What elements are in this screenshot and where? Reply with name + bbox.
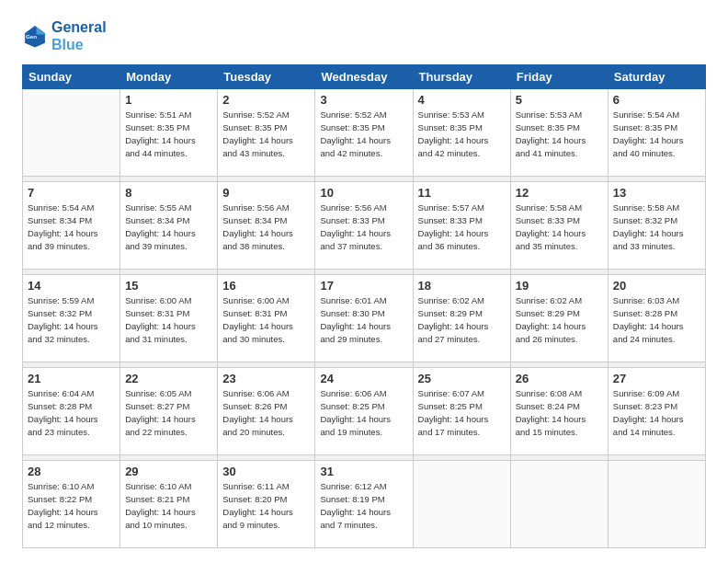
day-info: Sunrise: 6:03 AM Sunset: 8:28 PM Dayligh…	[613, 294, 700, 345]
day-info: Sunrise: 5:54 AM Sunset: 8:35 PM Dayligh…	[613, 109, 700, 159]
day-number: 5	[516, 93, 603, 107]
day-info: Sunrise: 5:51 AM Sunset: 8:35 PM Dayligh…	[125, 109, 212, 159]
day-number: 7	[28, 186, 115, 200]
day-number: 22	[125, 372, 212, 385]
calendar-cell: 27Sunrise: 6:09 AM Sunset: 8:23 PM Dayli…	[608, 368, 705, 455]
logo-text: General Blue	[51, 18, 107, 53]
day-info: Sunrise: 6:00 AM Sunset: 8:31 PM Dayligh…	[125, 294, 212, 345]
day-info: Sunrise: 5:52 AM Sunset: 8:35 PM Dayligh…	[222, 109, 310, 159]
weekday-header: Sunday	[23, 65, 120, 89]
page: Gen General Blue SundayMondayTuesdayWedn…	[0, 0, 728, 563]
weekday-header: Saturday	[608, 65, 705, 89]
calendar-cell: 7Sunrise: 5:54 AM Sunset: 8:34 PM Daylig…	[23, 182, 120, 270]
calendar-cell: 30Sunrise: 6:11 AM Sunset: 8:20 PM Dayli…	[218, 461, 315, 548]
calendar-cell	[413, 461, 510, 548]
day-info: Sunrise: 5:54 AM Sunset: 8:34 PM Dayligh…	[28, 201, 115, 252]
logo-icon: Gen	[22, 23, 48, 49]
day-info: Sunrise: 6:02 AM Sunset: 8:29 PM Dayligh…	[516, 294, 603, 345]
day-info: Sunrise: 5:57 AM Sunset: 8:33 PM Dayligh…	[418, 201, 506, 252]
calendar-cell: 15Sunrise: 6:00 AM Sunset: 8:31 PM Dayli…	[120, 275, 218, 362]
calendar-cell: 20Sunrise: 6:03 AM Sunset: 8:28 PM Dayli…	[608, 275, 705, 362]
day-number: 19	[516, 279, 603, 293]
day-info: Sunrise: 6:02 AM Sunset: 8:29 PM Dayligh…	[418, 294, 506, 345]
weekday-header: Tuesday	[218, 65, 315, 89]
calendar-cell: 31Sunrise: 6:12 AM Sunset: 8:19 PM Dayli…	[315, 461, 413, 548]
day-info: Sunrise: 5:58 AM Sunset: 8:32 PM Dayligh…	[613, 201, 700, 252]
calendar-cell	[23, 89, 120, 177]
weekday-header: Monday	[120, 65, 218, 89]
day-info: Sunrise: 6:00 AM Sunset: 8:31 PM Dayligh…	[222, 294, 310, 345]
calendar-cell: 5Sunrise: 5:53 AM Sunset: 8:35 PM Daylig…	[510, 89, 608, 177]
day-number: 20	[613, 279, 700, 293]
day-number: 3	[320, 93, 407, 107]
day-info: Sunrise: 6:10 AM Sunset: 8:22 PM Dayligh…	[28, 480, 115, 531]
header: Gen General Blue	[22, 18, 706, 53]
weekday-header: Thursday	[413, 65, 510, 89]
day-number: 17	[320, 279, 407, 293]
day-info: Sunrise: 6:04 AM Sunset: 8:28 PM Dayligh…	[28, 387, 115, 438]
day-info: Sunrise: 6:09 AM Sunset: 8:23 PM Dayligh…	[613, 387, 700, 438]
logo: Gen General Blue	[22, 18, 107, 53]
day-number: 6	[613, 93, 700, 107]
calendar-cell: 29Sunrise: 6:10 AM Sunset: 8:21 PM Dayli…	[120, 461, 218, 548]
day-number: 16	[222, 279, 310, 293]
day-number: 27	[613, 372, 700, 385]
calendar-week-row: 14Sunrise: 5:59 AM Sunset: 8:32 PM Dayli…	[23, 275, 706, 362]
day-info: Sunrise: 6:06 AM Sunset: 8:26 PM Dayligh…	[222, 387, 310, 438]
calendar-week-row: 21Sunrise: 6:04 AM Sunset: 8:28 PM Dayli…	[23, 368, 706, 455]
calendar-cell: 24Sunrise: 6:06 AM Sunset: 8:25 PM Dayli…	[315, 368, 413, 455]
day-number: 31	[320, 465, 407, 478]
day-info: Sunrise: 6:12 AM Sunset: 8:19 PM Dayligh…	[320, 480, 407, 531]
day-info: Sunrise: 6:10 AM Sunset: 8:21 PM Dayligh…	[125, 480, 212, 531]
day-number: 4	[418, 93, 506, 107]
day-info: Sunrise: 5:55 AM Sunset: 8:34 PM Dayligh…	[125, 201, 212, 252]
day-number: 21	[28, 372, 115, 385]
calendar-cell: 22Sunrise: 6:05 AM Sunset: 8:27 PM Dayli…	[120, 368, 218, 455]
calendar-cell: 9Sunrise: 5:56 AM Sunset: 8:34 PM Daylig…	[218, 182, 315, 270]
day-number: 9	[222, 186, 310, 200]
day-number: 14	[28, 279, 115, 293]
day-number: 15	[125, 279, 212, 293]
calendar-cell: 23Sunrise: 6:06 AM Sunset: 8:26 PM Dayli…	[218, 368, 315, 455]
day-info: Sunrise: 6:08 AM Sunset: 8:24 PM Dayligh…	[516, 387, 603, 438]
day-number: 28	[28, 465, 115, 478]
calendar-cell: 3Sunrise: 5:52 AM Sunset: 8:35 PM Daylig…	[315, 89, 413, 177]
calendar-cell: 6Sunrise: 5:54 AM Sunset: 8:35 PM Daylig…	[608, 89, 705, 177]
calendar-week-row: 28Sunrise: 6:10 AM Sunset: 8:22 PM Dayli…	[23, 461, 706, 548]
calendar-cell: 28Sunrise: 6:10 AM Sunset: 8:22 PM Dayli…	[23, 461, 120, 548]
day-number: 24	[320, 372, 407, 385]
calendar-cell: 14Sunrise: 5:59 AM Sunset: 8:32 PM Dayli…	[23, 275, 120, 362]
day-number: 25	[418, 372, 506, 385]
day-number: 2	[222, 93, 310, 107]
calendar-cell: 1Sunrise: 5:51 AM Sunset: 8:35 PM Daylig…	[120, 89, 218, 177]
calendar-cell: 8Sunrise: 5:55 AM Sunset: 8:34 PM Daylig…	[120, 182, 218, 270]
calendar-cell: 12Sunrise: 5:58 AM Sunset: 8:33 PM Dayli…	[510, 182, 608, 270]
day-info: Sunrise: 6:06 AM Sunset: 8:25 PM Dayligh…	[320, 387, 407, 438]
calendar-cell: 17Sunrise: 6:01 AM Sunset: 8:30 PM Dayli…	[315, 275, 413, 362]
calendar-cell: 13Sunrise: 5:58 AM Sunset: 8:32 PM Dayli…	[608, 182, 705, 270]
day-info: Sunrise: 5:59 AM Sunset: 8:32 PM Dayligh…	[28, 294, 115, 345]
day-number: 18	[418, 279, 506, 293]
day-number: 23	[222, 372, 310, 385]
day-number: 26	[516, 372, 603, 385]
day-number: 30	[222, 465, 310, 478]
day-number: 8	[125, 186, 212, 200]
day-number: 29	[125, 465, 212, 478]
calendar-cell: 19Sunrise: 6:02 AM Sunset: 8:29 PM Dayli…	[510, 275, 608, 362]
day-number: 12	[516, 186, 603, 200]
day-info: Sunrise: 6:07 AM Sunset: 8:25 PM Dayligh…	[418, 387, 506, 438]
day-info: Sunrise: 5:53 AM Sunset: 8:35 PM Dayligh…	[516, 109, 603, 159]
calendar-cell: 18Sunrise: 6:02 AM Sunset: 8:29 PM Dayli…	[413, 275, 510, 362]
calendar-week-row: 7Sunrise: 5:54 AM Sunset: 8:34 PM Daylig…	[23, 182, 706, 270]
svg-text:Gen: Gen	[26, 33, 37, 40]
day-number: 10	[320, 186, 407, 200]
calendar-cell: 25Sunrise: 6:07 AM Sunset: 8:25 PM Dayli…	[413, 368, 510, 455]
day-info: Sunrise: 5:52 AM Sunset: 8:35 PM Dayligh…	[320, 109, 407, 159]
weekday-header-row: SundayMondayTuesdayWednesdayThursdayFrid…	[23, 65, 706, 89]
day-info: Sunrise: 6:05 AM Sunset: 8:27 PM Dayligh…	[125, 387, 212, 438]
calendar-cell	[608, 461, 705, 548]
day-info: Sunrise: 5:53 AM Sunset: 8:35 PM Dayligh…	[418, 109, 506, 159]
calendar-cell: 21Sunrise: 6:04 AM Sunset: 8:28 PM Dayli…	[23, 368, 120, 455]
day-info: Sunrise: 5:58 AM Sunset: 8:33 PM Dayligh…	[516, 201, 603, 252]
calendar-cell: 2Sunrise: 5:52 AM Sunset: 8:35 PM Daylig…	[218, 89, 315, 177]
